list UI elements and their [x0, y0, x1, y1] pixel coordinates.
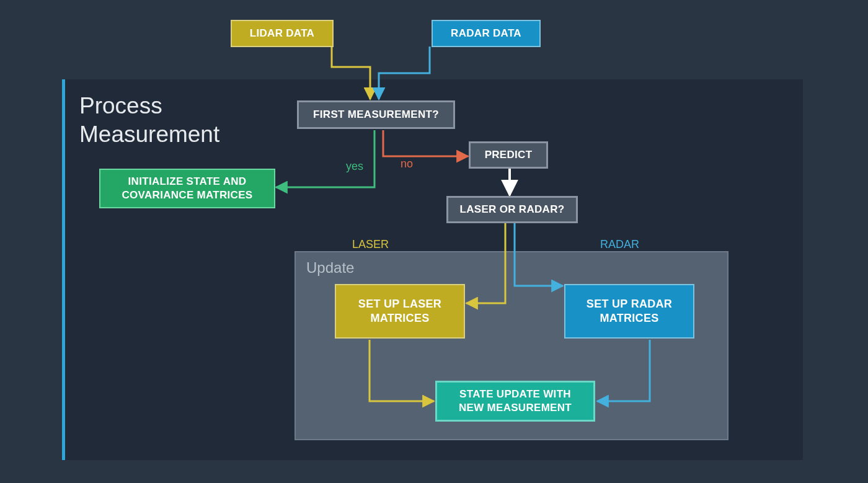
node-radar-data: RADAR DATA — [432, 20, 541, 47]
section-title: Process Measurement — [79, 92, 219, 149]
node-initialize: INITIALIZE STATE AND COVARIANCE MATRICES — [99, 169, 275, 208]
node-setup-radar: SET UP RADAR MATRICES — [564, 284, 694, 339]
node-predict: PREDICT — [469, 141, 548, 169]
update-title: Update — [306, 259, 354, 277]
node-state-update: STATE UPDATE WITH NEW MEASUREMENT — [435, 381, 595, 422]
node-setup-laser: SET UP LASER MATRICES — [335, 284, 465, 339]
label-radar: RADAR — [600, 238, 639, 251]
node-laser-or-radar: LASER OR RADAR? — [446, 196, 578, 223]
label-laser: LASER — [352, 238, 389, 251]
label-no: no — [401, 157, 413, 171]
label-yes: yes — [346, 160, 363, 173]
node-lidar-data: LIDAR DATA — [231, 20, 334, 47]
node-first-measurement: FIRST MEASUREMENT? — [297, 100, 455, 129]
